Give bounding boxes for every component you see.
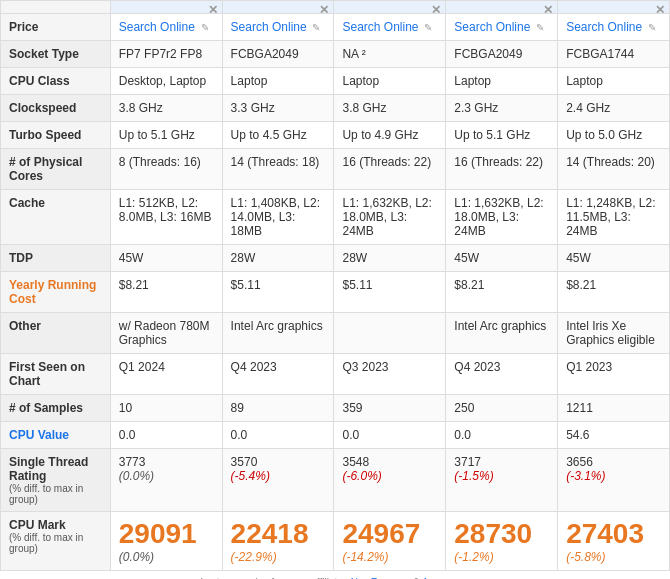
search-online-link[interactable]: Search Online bbox=[231, 20, 307, 34]
row-value: 0.0 bbox=[334, 422, 446, 449]
row-value: w/ Radeon 780M Graphics bbox=[110, 313, 222, 354]
cpu-value-label: CPU Value bbox=[9, 428, 69, 442]
edit-icon[interactable]: ✎ bbox=[198, 22, 209, 33]
row-value: 28W bbox=[222, 245, 334, 272]
edit-icon[interactable]: ✎ bbox=[310, 22, 321, 33]
row-value: Search Online ✎ bbox=[558, 14, 670, 41]
search-online-link[interactable]: Search Online bbox=[119, 20, 195, 34]
remove-intel185h-btn[interactable]: ✕ bbox=[543, 3, 553, 17]
header-row: ✕ ✕ ✕ ✕ ✕ bbox=[1, 1, 670, 14]
row-value: 14 (Threads: 18) bbox=[222, 149, 334, 190]
row-value: Search Online ✎ bbox=[110, 14, 222, 41]
cpu-mark-value: 27403 bbox=[566, 518, 661, 550]
row-label: # of Samples bbox=[1, 395, 111, 422]
row-label: # of Physical Cores bbox=[1, 149, 111, 190]
col-header-intel13700h: ✕ bbox=[558, 1, 670, 14]
row-label: First Seen on Chart bbox=[1, 354, 111, 395]
edit-icon[interactable]: ✎ bbox=[645, 22, 656, 33]
row-value: 28W bbox=[334, 245, 446, 272]
diff-value: (-1.2%) bbox=[454, 550, 549, 564]
row-value: L1: 512KB, L2: 8.0MB, L3: 16MB bbox=[110, 190, 222, 245]
row-value: Search Online ✎ bbox=[446, 14, 558, 41]
row-value: Up to 4.5 GHz bbox=[222, 122, 334, 149]
row-value: 22418(-22.9%) bbox=[222, 512, 334, 571]
row-value: 16 (Threads: 22) bbox=[334, 149, 446, 190]
row-value: 45W bbox=[446, 245, 558, 272]
col-header-intel125h: ✕ bbox=[222, 1, 334, 14]
row-value: 3570(-5.4%) bbox=[222, 449, 334, 512]
table-row: # of Physical Cores8 (Threads: 16)14 (Th… bbox=[1, 149, 670, 190]
row-value: 250 bbox=[446, 395, 558, 422]
row-label: Cache bbox=[1, 190, 111, 245]
table-row: CPU Value0.00.00.00.054.6 bbox=[1, 422, 670, 449]
table-row: TDP45W28W28W45W45W bbox=[1, 245, 670, 272]
remove-intel13700h-btn[interactable]: ✕ bbox=[655, 3, 665, 17]
diff-value: (-6.0%) bbox=[342, 469, 437, 483]
diff-value: (0.0%) bbox=[119, 550, 214, 564]
row-value: 359 bbox=[334, 395, 446, 422]
table-row: # of Samples10893592501211 bbox=[1, 395, 670, 422]
remove-intel155h-btn[interactable]: ✕ bbox=[431, 3, 441, 17]
diff-value: (-5.4%) bbox=[231, 469, 326, 483]
row-value: 27403(-5.8%) bbox=[558, 512, 670, 571]
row-label: CPU Mark(% diff. to max in group) bbox=[1, 512, 111, 571]
table-row: CacheL1: 512KB, L2: 8.0MB, L3: 16MBL1: 1… bbox=[1, 190, 670, 245]
table-row: First Seen on ChartQ1 2024Q4 2023Q3 2023… bbox=[1, 354, 670, 395]
row-value: NA ² bbox=[334, 41, 446, 68]
row-value: 45W bbox=[558, 245, 670, 272]
row-value: 2.4 GHz bbox=[558, 95, 670, 122]
edit-icon[interactable]: ✎ bbox=[422, 22, 433, 33]
row-value: Up to 5.1 GHz bbox=[446, 122, 558, 149]
row-value: 3.8 GHz bbox=[334, 95, 446, 122]
row-value: 3548(-6.0%) bbox=[334, 449, 446, 512]
row-value: $5.11 bbox=[334, 272, 446, 313]
row-value: Q4 2023 bbox=[446, 354, 558, 395]
row-value: 3656(-3.1%) bbox=[558, 449, 670, 512]
row-sublabel: (% diff. to max in group) bbox=[9, 532, 102, 554]
row-value: $8.21 bbox=[110, 272, 222, 313]
remove-intel125h-btn[interactable]: ✕ bbox=[319, 3, 329, 17]
row-value: FP7 FP7r2 FP8 bbox=[110, 41, 222, 68]
row-value: Q1 2024 bbox=[110, 354, 222, 395]
row-value: Up to 4.9 GHz bbox=[334, 122, 446, 149]
row-value: 29091(0.0%) bbox=[110, 512, 222, 571]
row-value: L1: 1,632KB, L2: 18.0MB, L3: 24MB bbox=[334, 190, 446, 245]
search-online-link[interactable]: Search Online bbox=[454, 20, 530, 34]
row-value: 0.0 bbox=[222, 422, 334, 449]
table-row: CPU Mark(% diff. to max in group)29091(0… bbox=[1, 512, 670, 571]
row-label: Socket Type bbox=[1, 41, 111, 68]
row-value: Laptop bbox=[446, 68, 558, 95]
row-value: Intel Arc graphics bbox=[222, 313, 334, 354]
diff-value: (-14.2%) bbox=[342, 550, 437, 564]
row-value: 3.3 GHz bbox=[222, 95, 334, 122]
diff-value: (-22.9%) bbox=[231, 550, 326, 564]
table-row: Socket TypeFP7 FP7r2 FP8FCBGA2049NA ²FCB… bbox=[1, 41, 670, 68]
row-value: FCBGA1744 bbox=[558, 41, 670, 68]
row-value: L1: 1,632KB, L2: 18.0MB, L3: 24MB bbox=[446, 190, 558, 245]
row-value: Intel Arc graphics bbox=[446, 313, 558, 354]
row-label: CPU Class bbox=[1, 68, 111, 95]
table-row: Single Thread Rating(% diff. to max in g… bbox=[1, 449, 670, 512]
row-label: Turbo Speed bbox=[1, 122, 111, 149]
search-online-link[interactable]: Search Online bbox=[566, 20, 642, 34]
row-sublabel: (% diff. to max in group) bbox=[9, 483, 102, 505]
row-value: $5.11 bbox=[222, 272, 334, 313]
row-value: 54.6 bbox=[558, 422, 670, 449]
row-value: 3773(0.0%) bbox=[110, 449, 222, 512]
row-value: Search Online ✎ bbox=[222, 14, 334, 41]
row-label: Single Thread Rating(% diff. to max in g… bbox=[1, 449, 111, 512]
table-row: Yearly Running Cost$8.21$5.11$5.11$8.21$… bbox=[1, 272, 670, 313]
row-value: Up to 5.1 GHz bbox=[110, 122, 222, 149]
row-value: Intel Iris Xe Graphics eligible bbox=[558, 313, 670, 354]
search-online-link[interactable]: Search Online bbox=[342, 20, 418, 34]
cpu-mark-value: 22418 bbox=[231, 518, 326, 550]
table-row: Turbo SpeedUp to 5.1 GHzUp to 4.5 GHzUp … bbox=[1, 122, 670, 149]
table-row: CPU ClassDesktop, LaptopLaptopLaptopLapt… bbox=[1, 68, 670, 95]
row-label: Clockspeed bbox=[1, 95, 111, 122]
edit-icon[interactable]: ✎ bbox=[533, 22, 544, 33]
remove-amd-btn[interactable]: ✕ bbox=[208, 3, 218, 17]
row-value: 3.8 GHz bbox=[110, 95, 222, 122]
row-value: L1: 1,408KB, L2: 14.0MB, L3: 18MB bbox=[222, 190, 334, 245]
col-header-intel185h: ✕ bbox=[446, 1, 558, 14]
row-value: L1: 1,248KB, L2: 11.5MB, L3: 24MB bbox=[558, 190, 670, 245]
